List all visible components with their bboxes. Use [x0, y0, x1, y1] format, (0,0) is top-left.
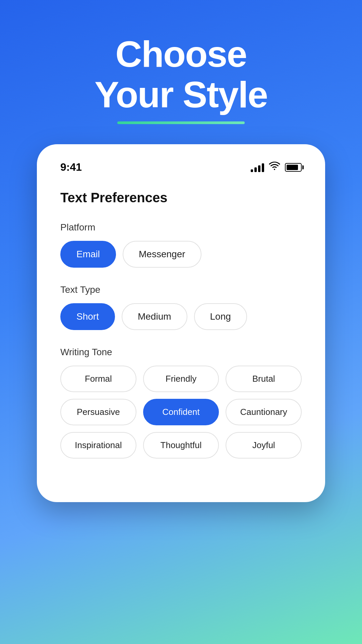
platform-label: Platform — [60, 222, 302, 233]
tone-confident-button[interactable]: Confident — [143, 399, 219, 425]
status-bar: 9:41 — [60, 161, 302, 173]
signal-icon — [251, 163, 264, 172]
tone-row-3: Inspirational Thoughtful Joyful — [60, 432, 302, 459]
text-type-section: Text Type Short Medium Long — [60, 284, 302, 330]
writing-tone-label: Writing Tone — [60, 347, 302, 358]
tone-friendly-button[interactable]: Friendly — [143, 366, 219, 392]
preferences-title: Text Preferences — [60, 190, 302, 205]
platform-section: Platform Email Messenger — [60, 222, 302, 268]
tone-thoughtful-button[interactable]: Thoughtful — [143, 432, 219, 459]
tone-row-2: Persuasive Confident Cauntionary — [60, 399, 302, 425]
text-type-long-button[interactable]: Long — [194, 303, 247, 330]
phone-mockup: 9:41 Text Preferences — [37, 144, 325, 502]
tone-inspirational-button[interactable]: Inspirational — [60, 432, 136, 459]
tone-formal-button[interactable]: Formal — [60, 366, 136, 392]
text-type-medium-button[interactable]: Medium — [122, 303, 187, 330]
tone-persuasive-button[interactable]: Persuasive — [60, 399, 136, 425]
writing-tone-section: Writing Tone Formal Friendly Brutal Pers… — [60, 347, 302, 459]
preferences-title-block: Text Preferences — [60, 190, 302, 205]
tone-cauntionary-button[interactable]: Cauntionary — [226, 399, 302, 425]
title-underline — [117, 121, 245, 124]
header: Choose Your Style — [0, 0, 362, 144]
platform-email-button[interactable]: Email — [60, 241, 116, 268]
status-time: 9:41 — [60, 161, 82, 173]
battery-icon — [285, 163, 302, 172]
tone-joyful-button[interactable]: Joyful — [226, 432, 302, 459]
wifi-icon — [269, 161, 280, 173]
status-icons — [251, 161, 302, 173]
text-type-short-button[interactable]: Short — [60, 303, 115, 330]
text-type-label: Text Type — [60, 284, 302, 295]
tone-brutal-button[interactable]: Brutal — [226, 366, 302, 392]
text-type-options: Short Medium Long — [60, 303, 302, 330]
tone-row-1: Formal Friendly Brutal — [60, 366, 302, 392]
page-title: Choose Your Style — [95, 34, 267, 115]
platform-options: Email Messenger — [60, 241, 302, 268]
platform-messenger-button[interactable]: Messenger — [123, 241, 201, 268]
